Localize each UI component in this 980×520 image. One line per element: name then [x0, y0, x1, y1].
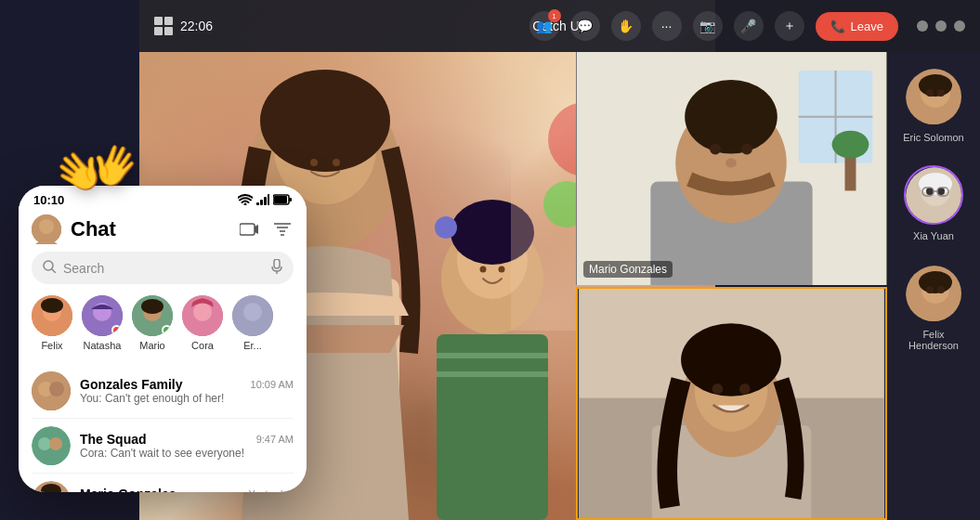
participant-felix[interactable]: Felix Henderson [896, 264, 971, 351]
contact-natasha-name: Natasha [84, 340, 122, 351]
eric-avatar [904, 67, 963, 126]
svg-point-88 [141, 299, 163, 314]
people-icon: 👥 [536, 19, 552, 33]
topbar: 22:06 Catch Up 👥 1 💬 ✋ ··· 📷 🎤 ＋ [139, 0, 980, 52]
filter-button[interactable] [271, 218, 294, 240]
video-cell-woman[interactable] [576, 287, 887, 520]
leave-button[interactable]: 📞 Leave [816, 12, 898, 41]
svg-point-97 [38, 437, 51, 450]
window-controls [917, 20, 965, 32]
chat-header-icons [238, 218, 294, 240]
contact-felix[interactable]: Felix [32, 295, 72, 351]
gonzales-top: Gonzales Family 10:09 AM [80, 377, 294, 392]
contact-er[interactable]: Er... [232, 295, 273, 351]
contact-er-name: Er... [243, 340, 262, 351]
contact-cora[interactable]: Cora [182, 295, 223, 351]
chat-icon: 💬 [577, 19, 593, 33]
squad-time: 9:47 AM [256, 434, 294, 445]
camera-header-button[interactable] [238, 218, 260, 240]
svg-rect-8 [437, 334, 548, 520]
squad-avatar [32, 426, 71, 465]
svg-rect-68 [289, 198, 292, 202]
participants-sidebar: Eric Solomon Xia Yuan [887, 52, 980, 520]
mario-info: Mario Gonzales Yesterday Will pick up pi… [80, 487, 294, 492]
wifi-icon [238, 194, 253, 207]
svg-point-7 [435, 216, 457, 239]
svg-point-95 [49, 382, 64, 396]
video-grid: Mario Gonzales [576, 52, 887, 520]
search-bar[interactable]: Search [32, 252, 294, 284]
svg-point-18 [499, 266, 505, 273]
svg-rect-79 [274, 259, 280, 268]
minimize-button[interactable] [917, 20, 928, 32]
close-button[interactable] [954, 20, 965, 32]
xia-avatar [904, 165, 963, 225]
topbar-right: 👥 1 💬 ✋ ··· 📷 🎤 ＋ 📞 Leave [529, 11, 965, 41]
phone-icon: 📞 [830, 20, 845, 33]
search-placeholder: Search [63, 261, 264, 276]
add-button[interactable]: ＋ [775, 11, 804, 41]
mobile-phone: 10:10 Chat [19, 186, 307, 492]
mario-chat-name: Mario Gonzales [80, 487, 176, 492]
gonzales-name: Gonzales Family [80, 377, 182, 392]
mic-button[interactable]: 🎤 [734, 11, 764, 41]
chat-item-mario[interactable]: Mario Gonzales Yesterday Will pick up pi… [32, 474, 294, 492]
signal-icon [256, 194, 269, 207]
gonzales-msg: You: Can't get enough of her! [80, 392, 294, 405]
squad-name: The Squad [80, 432, 147, 447]
battery-icon [273, 194, 292, 207]
svg-point-60 [937, 286, 945, 293]
chat-item-gonzales[interactable]: Gonzales Family 10:09 AM You: Can't get … [32, 364, 294, 419]
svg-rect-9 [437, 353, 548, 358]
participant-xia[interactable]: Xia Yuan [904, 165, 963, 241]
chat-item-squad[interactable]: The Squad 9:47 AM Cora: Can't wait to se… [32, 419, 294, 474]
svg-point-98 [49, 437, 62, 450]
svg-rect-65 [268, 194, 269, 205]
mic-search-icon [271, 259, 282, 277]
svg-rect-67 [274, 196, 287, 203]
chat-title-row: Chat [32, 214, 116, 244]
svg-point-25 [685, 80, 777, 154]
status-icons [238, 194, 292, 207]
emoji-reaction: 👐 [49, 124, 145, 215]
svg-point-46 [926, 89, 934, 97]
chat-button[interactable]: 💬 [570, 11, 600, 41]
eric-name: Eric Solomon [903, 132, 963, 143]
svg-point-40 [681, 323, 781, 396]
more-options-button[interactable]: ··· [652, 11, 682, 41]
contact-mario[interactable]: Mario [132, 295, 173, 351]
svg-point-33 [832, 131, 869, 159]
mario-chat-avatar [32, 481, 71, 492]
svg-rect-10 [437, 371, 548, 377]
call-time: 22:06 [180, 19, 213, 33]
camera-icon: 📷 [699, 19, 715, 33]
video-cell-mario[interactable]: Mario Gonzales [576, 52, 887, 285]
camera-button[interactable]: 📷 [693, 11, 723, 41]
hand-icon: ✋ [618, 19, 634, 33]
raise-hand-button[interactable]: ✋ [611, 11, 641, 41]
svg-point-28 [725, 159, 737, 168]
svg-point-47 [937, 89, 945, 97]
contact-felix-name: Felix [41, 340, 62, 351]
svg-point-42 [739, 384, 751, 395]
contact-natasha[interactable]: Natasha [82, 295, 123, 351]
svg-rect-64 [264, 197, 267, 205]
phone-content: Chat Search [19, 211, 307, 492]
participant-eric[interactable]: Eric Solomon [903, 67, 963, 143]
gonzales-time: 10:09 AM [251, 379, 294, 390]
gonzales-avatar [32, 371, 71, 410]
mic-icon: 🎤 [740, 19, 756, 33]
contact-cora-name: Cora [191, 340, 214, 351]
maximize-button[interactable] [935, 20, 947, 32]
svg-line-78 [52, 269, 56, 273]
svg-point-70 [39, 219, 54, 234]
squad-info: The Squad 9:47 AM Cora: Can't wait to se… [80, 432, 294, 460]
grid-view-button[interactable] [154, 17, 173, 35]
svg-point-16 [333, 159, 340, 166]
people-button[interactable]: 👥 1 [529, 11, 559, 41]
svg-rect-62 [256, 202, 259, 205]
svg-point-61 [244, 202, 247, 205]
svg-point-92 [243, 303, 262, 321]
squad-msg: Cora: Can't wait to see everyone! [80, 447, 294, 460]
svg-point-17 [480, 266, 487, 273]
